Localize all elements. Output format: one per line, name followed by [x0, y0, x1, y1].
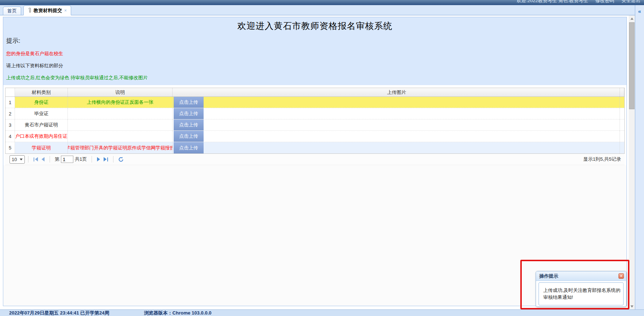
row-tail-cell [620, 97, 624, 108]
table-header-row: 材料类别 说明 上传图片 [5, 88, 624, 97]
next-page-button[interactable] [95, 157, 102, 161]
header-image: 上传图片 [173, 88, 620, 96]
header-description: 说明 [68, 88, 173, 96]
upload-image-cell: 点击上传 [173, 119, 620, 130]
status-bar: 2022年07月29日星期五 23:44:41 已开学第24周 浏览器版本：Ch… [0, 309, 644, 316]
separator [92, 156, 92, 163]
table-row[interactable]: 2毕业证点击上传 [5, 108, 624, 119]
header-category: 材料类别 [15, 88, 68, 96]
top-user-bar: 欢迎:2022教资考生 角色:教资考生 修改密码 安全退出 [0, 0, 644, 5]
upload-button[interactable]: 点击上传 [174, 119, 204, 130]
collapse-left-icon[interactable]: « [635, 8, 644, 14]
material-category-cell: 户口本或有效期内居住证 [15, 131, 68, 142]
page-number-input[interactable] [61, 156, 73, 163]
tip-status: 上传成功之后,红色会变为绿色 待审核员审核通过之后,不能修改图片 [6, 75, 626, 81]
records-summary: 显示1到5,共5记录 [583, 156, 625, 163]
dialog-body: 上传成功,及时关注教育部报名系统的审核结果通知! [536, 281, 626, 307]
material-description-cell [68, 119, 173, 130]
operation-tip-dialog: 操作提示 × 上传成功,及时关注教育部报名系统的审核结果通知! [536, 271, 626, 307]
pagination-bar: 10 第 共1页 显示1到5,共5记录 [5, 154, 625, 165]
tab-home-label: 首页 [7, 8, 17, 14]
materials-table-body: 1身份证上传横向的身份证正反面各一张点击上传2毕业证点击上传3黄石市户籍证明点击… [5, 97, 624, 153]
vertical-scrollbar[interactable] [629, 15, 635, 309]
tips-section: 欢迎进入黄石市教师资格报名审核系统 提示: 您的身份是黄石户籍在校生 请上传以下… [3, 17, 626, 85]
material-category-cell: 身份证 [15, 97, 68, 108]
welcome-text: 欢迎:2022教资考生 角色:教资考生 [517, 0, 588, 3]
upload-button[interactable]: 点击上传 [174, 108, 204, 119]
dialog-close-icon[interactable]: × [618, 273, 624, 279]
chevron-down-icon [20, 159, 23, 160]
row-number-cell: 4 [5, 131, 15, 142]
row-tail-cell [620, 131, 624, 142]
empty-area [3, 165, 626, 306]
tab-home[interactable]: 首页 [3, 7, 21, 15]
tip-upload: 请上传以下资料标红的部分 [6, 62, 626, 69]
page-size-select[interactable]: 10 [9, 155, 25, 164]
east-collapse-panel: « [635, 5, 644, 309]
row-number-cell: 3 [5, 119, 15, 130]
materials-panel: 欢迎进入黄石市教师资格报名审核系统 提示: 您的身份是黄石户籍在校生 请上传以下… [3, 17, 627, 306]
separator [113, 156, 113, 163]
header-tail [620, 88, 624, 96]
material-description-cell [68, 131, 173, 142]
last-page-button[interactable] [102, 157, 110, 161]
material-category-cell: 毕业证 [15, 108, 68, 119]
paperclip-icon [28, 8, 32, 13]
tab-materials-submit[interactable]: 教资材料提交 × [23, 5, 71, 15]
material-category-cell: 黄石市户籍证明 [15, 119, 68, 130]
upload-image-cell: 点击上传 [173, 97, 620, 108]
row-number-cell: 1 [5, 97, 15, 108]
row-tail-cell [620, 119, 624, 130]
dialog-title: 操作提示 [539, 273, 618, 279]
tab-close-icon[interactable]: × [64, 8, 67, 13]
upload-image-cell: 点击上传 [173, 142, 620, 153]
tips-label: 提示: [6, 37, 626, 45]
refresh-icon[interactable] [118, 157, 124, 162]
tab-materials-label: 教资材料提交 [34, 7, 62, 14]
tip-identity: 您的身份是黄石户籍在校生 [6, 50, 626, 57]
table-row[interactable]: 1身份证上传横向的身份证正反面各一张点击上传 [5, 97, 624, 108]
dialog-header: 操作提示 × [536, 271, 626, 281]
table-row[interactable]: 4户口本或有效期内居住证点击上传 [5, 131, 624, 142]
scroll-up-icon[interactable] [629, 15, 635, 22]
table-row[interactable]: 3黄石市户籍证明点击上传 [5, 119, 624, 131]
tab-strip: 首页 教资材料提交 × [0, 5, 635, 15]
upload-button[interactable]: 点击上传 [174, 142, 204, 153]
row-tail-cell [620, 108, 624, 119]
material-description-cell: 学籍管理部门开具的学籍证明原件或学信网学籍报告 [68, 142, 173, 153]
row-tail-cell [620, 142, 624, 153]
separator [50, 156, 50, 163]
material-description-cell [68, 108, 173, 119]
table-row[interactable]: 5学籍证明学籍管理部门开具的学籍证明原件或学信网学籍报告点击上传 [5, 142, 624, 153]
total-pages-label: 共1页 [75, 156, 87, 163]
change-password-link[interactable]: 修改密码 [595, 0, 614, 3]
row-number-cell: 2 [5, 108, 15, 119]
dialog-message: 上传成功,及时关注教育部报名系统的审核结果通知! [539, 282, 624, 305]
header-rownum [5, 88, 15, 96]
separator [28, 156, 28, 163]
row-number-cell: 5 [5, 142, 15, 153]
material-description-cell: 上传横向的身份证正反面各一张 [68, 97, 173, 108]
material-category-cell: 学籍证明 [15, 142, 68, 153]
logout-link[interactable]: 安全退出 [621, 0, 640, 3]
status-datetime: 2022年07月29日星期五 23:44:41 已开学第24周 [9, 310, 109, 316]
materials-table: 材料类别 说明 上传图片 1身份证上传横向的身份证正反面各一张点击上传2毕业证点… [5, 88, 625, 154]
page-prefix-label: 第 [55, 156, 59, 163]
upload-image-cell: 点击上传 [173, 108, 620, 119]
scrollbar-thumb[interactable] [629, 22, 635, 109]
upload-image-cell: 点击上传 [173, 131, 620, 142]
upload-button[interactable]: 点击上传 [174, 131, 204, 142]
page-title: 欢迎进入黄石市教师资格报名审核系统 [3, 17, 626, 32]
status-browser: 浏览器版本：Chrome 103.0.0.0 [144, 310, 212, 316]
scroll-down-icon[interactable] [629, 303, 635, 309]
upload-button[interactable]: 点击上传 [174, 97, 204, 108]
main-content: 欢迎进入黄石市教师资格报名审核系统 提示: 您的身份是黄石户籍在校生 请上传以下… [0, 15, 635, 309]
prev-page-button[interactable] [40, 157, 46, 161]
first-page-button[interactable] [32, 157, 40, 161]
